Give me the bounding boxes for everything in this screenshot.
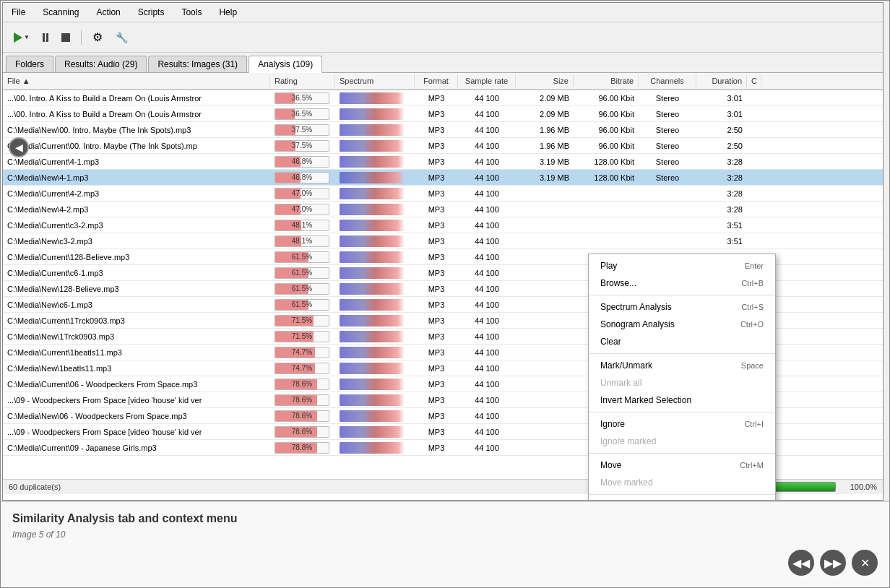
spectrum-bar: [340, 156, 405, 168]
rating-text: 61.5%: [275, 284, 329, 294]
cell-samplerate: 44 100: [458, 363, 516, 374]
tab-results-images[interactable]: Results: Images (31): [148, 56, 247, 72]
menu-item-clear[interactable]: Clear: [589, 333, 775, 350]
back-button[interactable]: ◀: [9, 137, 29, 157]
spectrum-bar: [340, 188, 405, 199]
cell-samplerate: 44 100: [458, 426, 516, 438]
caption-title: Similarity Analysis tab and context menu: [12, 512, 878, 525]
cell-bitrate: 96.00 Kbit: [574, 124, 639, 136]
cell-samplerate: 44 100: [458, 379, 516, 390]
menu-item-label: Ignore: [600, 419, 625, 429]
rating-bar: 37.5%: [275, 140, 329, 152]
menu-item-label: Ignore marked: [600, 436, 656, 446]
cell-samplerate: 44 100: [458, 124, 516, 136]
col-header-bitrate[interactable]: Bitrate: [574, 74, 639, 87]
spectrum-bar: [340, 363, 405, 374]
cell-samplerate: 44 100: [458, 108, 516, 120]
col-header-samplerate[interactable]: Sample rate: [458, 74, 516, 87]
tab-analysis[interactable]: Analysis (109): [249, 56, 322, 73]
tab-folders[interactable]: Folders: [6, 56, 53, 72]
cell-size: 2.09 MB: [516, 108, 574, 120]
col-header-format[interactable]: Format: [415, 74, 458, 87]
table-row[interactable]: ...\00. Intro. A Kiss to Build a Dream O…: [3, 90, 883, 106]
menu-item-invert-marked-selection[interactable]: Invert Marked Selection: [589, 392, 775, 409]
cell-duration: 3:01: [696, 108, 747, 120]
cell-spectrum: [335, 329, 415, 344]
menu-file[interactable]: File: [9, 6, 28, 19]
menu-item-spectrum-analysis[interactable]: Spectrum AnalysisCtrl+S: [589, 298, 775, 316]
cell-file: C:\Media\New\1beatls11.mp3: [3, 363, 270, 374]
spectrum-bar: [340, 220, 405, 231]
menu-item-move[interactable]: MoveCtrl+M: [589, 457, 775, 474]
cell-format: MP3: [415, 172, 458, 183]
menu-item-label: Browse...: [600, 278, 636, 288]
pause-button[interactable]: [38, 30, 53, 46]
cell-c: [747, 97, 761, 100]
col-header-channels[interactable]: Channels: [639, 74, 696, 87]
col-header-rating[interactable]: Rating: [270, 74, 335, 87]
menu-scanning[interactable]: Scanning: [40, 6, 82, 19]
cell-channels: Stereo: [639, 172, 696, 183]
cell-samplerate: 44 100: [458, 347, 516, 358]
rating-text: 46.8%: [275, 173, 329, 183]
col-header-spectrum[interactable]: Spectrum: [335, 74, 415, 87]
table-row[interactable]: C:\Media\Current\4-2.mp3 47.0% MP3 44 10…: [3, 186, 883, 202]
menu-item-label: Clear: [600, 337, 621, 347]
menu-item-browse---[interactable]: Browse...Ctrl+B: [589, 274, 775, 292]
col-header-duration[interactable]: Duration: [696, 74, 747, 87]
menu-item-sonogram-analysis[interactable]: Sonogram AnalysisCtrl+O: [589, 316, 775, 333]
cell-duration: 3:28: [696, 188, 747, 199]
rating-text: 71.5%: [275, 332, 329, 342]
nav-prev-button[interactable]: ◀◀: [788, 550, 814, 576]
col-header-c[interactable]: C: [747, 74, 761, 87]
cell-size: [516, 208, 574, 211]
tab-results-audio[interactable]: Results: Audio (29): [55, 56, 147, 72]
cell-duration: 2:50: [696, 124, 747, 136]
cell-samplerate: 44 100: [458, 251, 516, 263]
cell-format: MP3: [415, 92, 458, 104]
table-row[interactable]: C:\Media\New\4-1.mp3 46.8% MP3 44 100 3.…: [3, 170, 883, 186]
rating-bar: 37.5%: [275, 124, 329, 136]
cell-bitrate: [574, 208, 639, 211]
play-button[interactable]: ▼: [9, 29, 35, 46]
table-row[interactable]: ...\00. Intro. A Kiss to Build a Dream O…: [3, 106, 883, 122]
table-row[interactable]: C:\Media\New\00. Intro. Maybe (The Ink S…: [3, 122, 883, 138]
gear-icon: ⚙: [92, 30, 103, 44]
table-row[interactable]: C:\Media\New\4-2.mp3 47.0% MP3 44 100 3:…: [3, 202, 883, 217]
menu-help[interactable]: Help: [216, 6, 240, 19]
menu-item-label: Move: [600, 460, 621, 470]
cell-format: MP3: [415, 331, 458, 342]
cell-size: [516, 272, 574, 274]
cell-duration: 3:51: [696, 235, 747, 247]
spectrum-bar: [340, 283, 405, 295]
cell-duration: 3:28: [696, 204, 747, 215]
context-menu: PlayEnterBrowse...Ctrl+BSpectrum Analysi…: [588, 254, 776, 501]
menu-item-ignore[interactable]: IgnoreCtrl+I: [589, 415, 775, 433]
cell-rating: 74.7%: [270, 345, 335, 360]
table-row[interactable]: C:\Media\Current\4-1.mp3 46.8% MP3 44 10…: [3, 154, 883, 170]
settings-button[interactable]: ⚙: [87, 27, 108, 48]
table-row[interactable]: C:\Media\New\c3-2.mp3 48.1% MP3 44 100 3…: [3, 233, 883, 249]
tools-button[interactable]: 🔧: [111, 28, 133, 47]
nav-next-button[interactable]: ▶▶: [820, 550, 846, 576]
cell-samplerate: 44 100: [458, 331, 516, 342]
menu-item-shortcut: Space: [741, 361, 764, 370]
menu-item-play[interactable]: PlayEnter: [589, 257, 775, 274]
stop-button[interactable]: [56, 30, 75, 46]
menu-item-label: Sonogram Analysis: [600, 319, 675, 329]
col-header-file[interactable]: File ▲: [3, 74, 270, 87]
table-row[interactable]: C:\Media\Current\c3-2.mp3 48.1% MP3 44 1…: [3, 217, 883, 233]
menu-item-mark-unmark[interactable]: Mark/UnmarkSpace: [589, 357, 775, 374]
table-row[interactable]: C:\Media\Current\00. Intro. Maybe (The I…: [3, 138, 883, 154]
menu-action[interactable]: Action: [93, 6, 123, 19]
nav-close-button[interactable]: ✕: [852, 550, 878, 576]
col-header-size[interactable]: Size: [516, 74, 574, 87]
menu-tools[interactable]: Tools: [178, 6, 204, 19]
menu-scripts[interactable]: Scripts: [135, 6, 168, 19]
cell-rating: 61.5%: [270, 282, 335, 296]
wrench-icon: 🔧: [116, 32, 128, 43]
cell-c: [747, 176, 761, 179]
cell-size: [516, 383, 574, 386]
cell-file: C:\Media\Current\06 - Woodpeckers From S…: [3, 379, 270, 390]
cell-size: [516, 446, 574, 449]
